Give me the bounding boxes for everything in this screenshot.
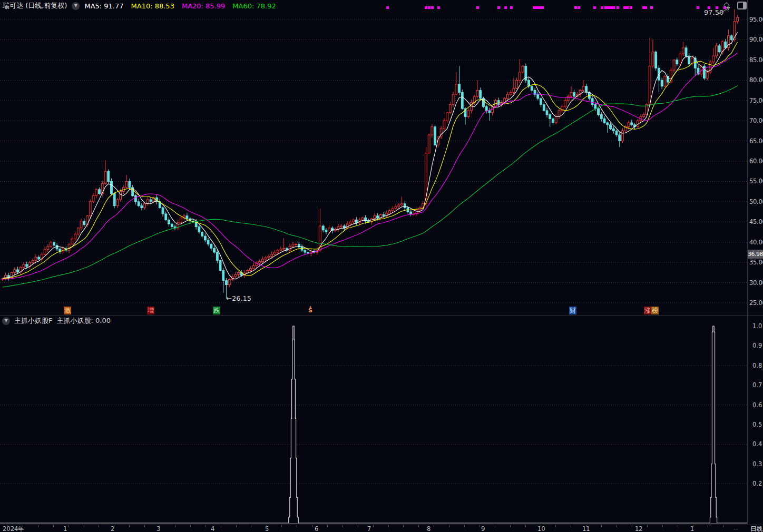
candle-down xyxy=(83,221,85,225)
candle-down xyxy=(304,250,306,252)
axis-tick xyxy=(358,525,358,527)
ma10-line xyxy=(3,42,738,279)
signal-dot xyxy=(630,6,632,9)
candle-down xyxy=(204,236,206,240)
axis-tick xyxy=(555,525,556,527)
candle-up xyxy=(401,204,403,205)
candle-up xyxy=(628,123,630,127)
axis-tick xyxy=(434,525,434,527)
main-chart-header: 瑞可达 (日线,前复权) ▼ MA5: 91.77MA10: 88.53MA20… xyxy=(3,1,276,11)
candle-up xyxy=(476,91,478,97)
indicator-axis-label: 0.2 xyxy=(752,480,762,487)
axis-tick xyxy=(23,525,23,527)
candle-down xyxy=(594,104,596,109)
indicator-spike xyxy=(710,326,717,523)
indicator-chart[interactable] xyxy=(0,315,763,525)
candle-up xyxy=(92,195,94,202)
candle-up xyxy=(280,249,282,250)
axis-tick xyxy=(175,525,175,527)
candle-up xyxy=(570,92,572,96)
candle-up xyxy=(80,221,82,228)
candle-up xyxy=(452,94,454,104)
candle-up xyxy=(104,171,106,183)
trading-terminal-screen: 瑞可达 (日线,前复权) ▼ MA5: 91.77MA10: 88.53MA20… xyxy=(0,0,763,532)
main-price-chart[interactable] xyxy=(0,0,763,315)
candle-up xyxy=(277,250,279,252)
signal-dot xyxy=(497,6,500,9)
axis-tick xyxy=(662,525,663,527)
high-price-annotation: 97.50 xyxy=(704,8,723,16)
event-badge[interactable]: 财 xyxy=(569,307,576,314)
ma60-line xyxy=(3,86,738,287)
time-axis-bar[interactable]: 2024年 1234567891011121 -- 日线 xyxy=(0,525,763,532)
axis-tick xyxy=(99,525,99,527)
candle-up xyxy=(252,265,255,268)
candle-up xyxy=(712,56,715,62)
signal-dot xyxy=(541,6,544,9)
candle-up xyxy=(247,271,249,273)
period-selector[interactable]: 日线 xyxy=(750,525,762,532)
candle-up xyxy=(522,66,524,72)
stock-title: 瑞可达 (日线,前复权) xyxy=(3,1,67,11)
event-badge[interactable]: 激 xyxy=(64,307,71,314)
candle-down xyxy=(549,115,551,119)
candle-up xyxy=(125,181,128,188)
candle-down xyxy=(113,193,115,205)
signal-dot xyxy=(428,6,431,9)
candle-up xyxy=(506,94,508,98)
signal-dot xyxy=(607,6,610,9)
signal-s-marker[interactable]: ▴S xyxy=(307,306,314,313)
candle-up xyxy=(431,127,433,135)
candle-down xyxy=(552,119,554,123)
panel-separator[interactable] xyxy=(0,315,763,316)
candle-down xyxy=(38,257,40,259)
candle-down xyxy=(725,42,727,48)
candle-down xyxy=(165,214,167,220)
candle-up xyxy=(510,92,512,94)
candle-up xyxy=(721,42,723,52)
candle-up xyxy=(144,204,146,208)
ma-values: MA5: 91.77MA10: 88.53MA20: 85.99MA60: 78… xyxy=(84,2,276,10)
indicator-axis-label: 0.7 xyxy=(752,381,762,389)
candle-up xyxy=(643,115,645,117)
axis-tick xyxy=(510,525,511,527)
candle-down xyxy=(619,135,621,141)
axis-tick xyxy=(206,525,206,527)
candle-down xyxy=(198,227,200,232)
indicator-axis-label: 0.3 xyxy=(752,460,762,468)
axis-tick xyxy=(464,525,465,527)
axis-tick xyxy=(418,525,419,527)
signal-dot xyxy=(476,6,479,9)
event-badge[interactable]: 榜 xyxy=(651,307,659,314)
chevron-down-circle-icon[interactable]: ▼ xyxy=(2,317,10,325)
signal-dot xyxy=(425,6,427,9)
candle-up xyxy=(395,206,397,209)
candle-down xyxy=(528,80,530,86)
price-axis-label: 50.00 xyxy=(749,198,763,205)
diamond-tool-icon[interactable]: ◇ xyxy=(723,0,730,9)
candle-down xyxy=(186,216,188,219)
candle-down xyxy=(573,92,575,96)
indicator-axis-label: 0.8 xyxy=(752,362,762,369)
indicator-axis-label: 0.4 xyxy=(752,440,762,448)
candle-up xyxy=(682,48,684,54)
axis-tick xyxy=(281,525,282,527)
price-axis-label: 85.00 xyxy=(749,56,763,64)
candle-down xyxy=(138,202,140,206)
indicator-axis-label: 0.6 xyxy=(752,401,762,409)
axis-tick xyxy=(586,525,586,527)
signal-dot xyxy=(431,6,434,9)
event-badge[interactable]: 跌 xyxy=(213,307,220,314)
candle-up xyxy=(582,86,584,91)
candle-down xyxy=(168,220,170,224)
event-badge[interactable]: 涨 xyxy=(644,307,651,314)
candle-up xyxy=(353,220,355,222)
panel-layout-icon[interactable] xyxy=(737,2,747,9)
signal-dot xyxy=(437,6,440,9)
candle-down xyxy=(226,281,228,285)
candle-down xyxy=(607,123,609,125)
event-badge[interactable]: 增 xyxy=(147,307,154,314)
price-axis-label: 65.00 xyxy=(749,137,763,145)
chevron-down-circle-icon[interactable]: ▼ xyxy=(72,2,80,10)
candle-down xyxy=(377,216,379,218)
